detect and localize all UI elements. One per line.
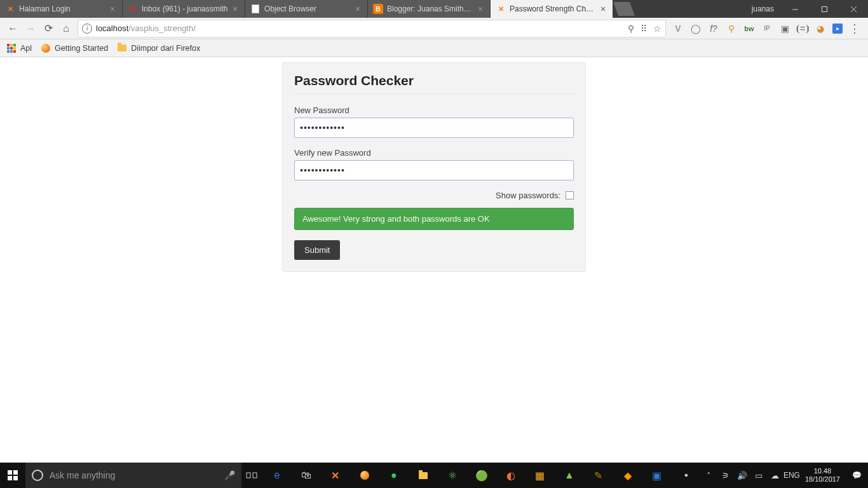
mic-icon[interactable]: 🎤 — [224, 470, 235, 480]
tab-inbox[interactable]: M Inbox (961) - juanassmith × — [123, 0, 245, 18]
verify-password-input[interactable] — [294, 160, 574, 180]
ext-cookie-icon[interactable]: ◕ — [815, 23, 826, 34]
start-button[interactable] — [0, 463, 25, 488]
ext-blue-icon[interactable]: ▸ — [832, 24, 843, 34]
tab-halaman-login[interactable]: ✕ Halaman Login × — [0, 0, 123, 18]
taskbar-sublime[interactable]: ◆ — [613, 463, 642, 488]
xampp-icon: ✕ — [496, 4, 506, 14]
apps-label: Apl — [20, 44, 32, 53]
show-passwords-label: Show passwords: — [496, 191, 560, 200]
close-icon[interactable]: × — [108, 4, 117, 14]
task-view-button[interactable] — [241, 463, 262, 488]
ext-camera-icon[interactable]: ▣ — [779, 23, 790, 34]
tab-password-strength[interactable]: ✕ Password Strength Check × — [491, 0, 613, 18]
new-tab-button[interactable] — [613, 2, 635, 16]
clock[interactable]: 10.48 18/10/2017 — [800, 467, 845, 484]
titlebar: ✕ Halaman Login × M Inbox (961) - juanas… — [0, 0, 868, 18]
ext-pin-icon[interactable]: ⚲ — [726, 23, 737, 34]
tab-title: Password Strength Check — [510, 4, 596, 13]
taskbar-android-studio[interactable]: ▲ — [555, 463, 584, 488]
forward-button[interactable]: → — [22, 20, 39, 37]
svg-rect-1 — [8, 470, 12, 475]
tab-title: Inbox (961) - juanassmith — [142, 4, 228, 13]
close-icon[interactable]: × — [599, 4, 607, 14]
ext-f-icon[interactable]: f? — [708, 23, 719, 34]
close-icon[interactable]: × — [231, 4, 240, 14]
strength-alert: Awesome! Very strong and both passwords … — [294, 208, 574, 230]
taskbar-calc[interactable]: ▦ — [526, 463, 555, 488]
back-button[interactable]: ← — [4, 20, 22, 37]
battery-icon[interactable]: ▭ — [750, 463, 767, 488]
translate-icon[interactable]: ⠿ — [641, 24, 647, 34]
taskbar-chrome[interactable]: 🟢 — [467, 463, 496, 488]
taskbar-store[interactable]: 🛍 — [292, 463, 321, 488]
close-icon[interactable]: × — [476, 4, 485, 14]
apps-shortcut[interactable]: Apl — [6, 43, 32, 53]
page-content: Password Checker New Password Verify new… — [0, 57, 868, 463]
taskbar-edge[interactable]: e — [262, 463, 292, 488]
wifi-icon[interactable]: ⚞ — [717, 463, 734, 488]
ext-v-icon[interactable]: V — [672, 23, 684, 34]
close-icon[interactable]: × — [353, 4, 362, 14]
password-checker-card: Password Checker New Password Verify new… — [282, 62, 586, 272]
bookmark-folder-firefox[interactable]: Diimpor dari Firefox — [117, 43, 200, 53]
tab-object-browser[interactable]: Object Browser × — [245, 0, 368, 18]
taskbar-terminal[interactable]: ▪ — [672, 463, 701, 488]
action-center-icon[interactable]: 💬 — [845, 463, 868, 488]
close-window-button[interactable] — [839, 0, 868, 18]
ext-ip-icon[interactable]: IP — [761, 23, 773, 34]
home-button[interactable]: ⌂ — [57, 20, 75, 37]
clock-time: 10.48 — [805, 467, 840, 475]
new-password-label: New Password — [294, 105, 574, 115]
bookmarks-bar: Apl Getting Started Diimpor dari Firefox — [0, 39, 868, 57]
bookmark-star-icon[interactable]: ☆ — [653, 24, 661, 34]
address-bar[interactable]: i localhost/vasplus_strength/ ⚲ ⠿ ☆ — [78, 20, 666, 37]
tab-blogger[interactable]: B Blogger: Juanas Smith Sh × — [368, 0, 491, 18]
ext-equals-icon[interactable]: ⦗=⦘ — [797, 23, 808, 34]
taskbar-xampp[interactable]: ✕ — [321, 463, 350, 488]
new-password-input[interactable] — [294, 118, 574, 138]
svg-rect-2 — [13, 470, 18, 475]
cortana-placeholder: Ask me anything — [50, 470, 116, 480]
show-passwords-checkbox[interactable] — [566, 191, 574, 200]
site-info-icon[interactable]: i — [82, 24, 92, 34]
card-heading: Password Checker — [294, 73, 574, 88]
maximize-button[interactable] — [810, 0, 839, 18]
taskbar-postman[interactable]: ◐ — [496, 463, 526, 488]
taskbar-atom[interactable]: ⚛ — [438, 463, 467, 488]
taskbar-firefox[interactable] — [350, 463, 379, 488]
xampp-icon: ✕ — [5, 4, 15, 14]
profile-name[interactable]: juanas — [745, 4, 780, 13]
bookmark-label: Getting Started — [55, 44, 108, 53]
minimize-button[interactable] — [780, 0, 810, 18]
save-password-icon[interactable]: ⚲ — [628, 24, 634, 34]
submit-button[interactable]: Submit — [294, 240, 340, 260]
ext-bw-icon[interactable]: bw — [743, 23, 755, 34]
language-indicator[interactable]: ENG — [783, 463, 800, 488]
bookmark-getting-started[interactable]: Getting Started — [41, 43, 108, 53]
cortana-search[interactable]: Ask me anything 🎤 — [25, 463, 241, 488]
onedrive-icon[interactable]: ☁ — [767, 463, 783, 488]
bookmark-label: Diimpor dari Firefox — [131, 44, 200, 53]
blogger-icon: B — [373, 4, 383, 14]
ext-circle-icon[interactable]: ◯ — [690, 23, 702, 34]
firefox-icon — [41, 43, 51, 53]
svg-rect-0 — [822, 6, 827, 11]
taskbar-explorer[interactable] — [409, 463, 438, 488]
taskbar-notes[interactable]: ✎ — [584, 463, 613, 488]
clock-date: 18/10/2017 — [805, 475, 840, 484]
tab-title: Blogger: Juanas Smith Sh — [387, 4, 473, 13]
pinned-apps: e 🛍 ✕ ● ⚛ 🟢 ◐ ▦ ▲ ✎ ◆ ▣ ▪ — [262, 463, 701, 488]
extensions: V ◯ f? ⚲ bw IP ▣ ⦗=⦘ ◕ ▸ ⋮ — [668, 23, 864, 34]
gmail-icon: M — [128, 4, 138, 14]
volume-icon[interactable]: 🔊 — [734, 463, 750, 488]
tray-chevron-icon[interactable]: ˄ — [701, 463, 717, 488]
reload-button[interactable]: ⟳ — [39, 20, 57, 37]
taskbar-app1[interactable]: ▣ — [642, 463, 672, 488]
system-tray: ˄ ⚞ 🔊 ▭ ☁ ENG 10.48 18/10/2017 💬 — [701, 463, 868, 488]
svg-rect-4 — [13, 476, 18, 480]
svg-rect-6 — [253, 473, 257, 478]
taskbar-spotify[interactable]: ● — [379, 463, 409, 488]
chrome-menu-button[interactable]: ⋮ — [849, 23, 860, 34]
browser-toolbar: ← → ⟳ ⌂ i localhost/vasplus_strength/ ⚲ … — [0, 18, 868, 39]
